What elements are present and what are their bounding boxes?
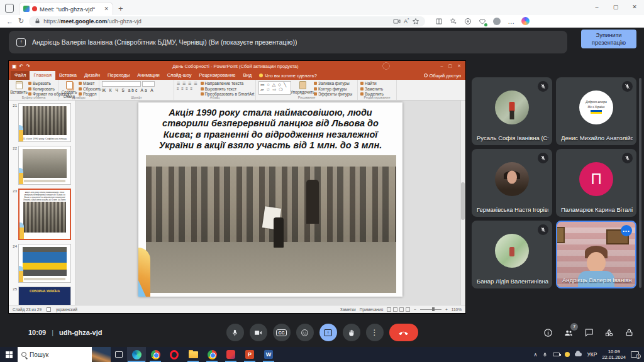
participant-tile[interactable]: Доброго вечора Ми з України Денис Михайл…: [556, 77, 636, 145]
taskbar-app-red-icon[interactable]: [221, 347, 240, 362]
ppt-window-controls[interactable]: –▢✕: [441, 63, 462, 69]
taskbar-search[interactable]: Пошук: [18, 347, 111, 362]
reactions-button[interactable]: [296, 324, 314, 341]
thumbnail-slide-22[interactable]: 22: [11, 146, 74, 185]
taskbar-powerpoint-icon[interactable]: P: [240, 347, 259, 362]
zoom-out-button[interactable]: −: [414, 307, 416, 312]
browser-tab[interactable]: Meet: "udh-ghza-vjd" ✕: [19, 2, 113, 15]
tab-animations[interactable]: Анимации: [133, 71, 163, 80]
more-options-button[interactable]: ⋮: [366, 324, 384, 341]
view-buttons[interactable]: [387, 307, 410, 312]
layout-button[interactable]: Макет: [79, 81, 101, 85]
participant-tile[interactable]: Гермаківська Настя Ігорівна …: [472, 149, 552, 217]
font-name-box[interactable]: [102, 81, 141, 87]
weather-icon[interactable]: [565, 352, 570, 357]
tray-expand-icon[interactable]: ∧: [534, 352, 538, 358]
refresh-icon[interactable]: ↻: [18, 17, 24, 25]
find-button[interactable]: Найти: [360, 81, 384, 85]
split-screen-icon[interactable]: [435, 18, 443, 25]
taskbar-explorer-icon[interactable]: [184, 347, 203, 362]
captions-button[interactable]: CC: [273, 324, 291, 341]
tab-slideshow[interactable]: Слайд-шоу: [164, 71, 196, 80]
text-direction-button[interactable]: Направление текста: [201, 81, 255, 85]
notes-button[interactable]: Заметки: [340, 307, 356, 312]
collections-icon[interactable]: [464, 18, 472, 25]
thumbnail-slide-24[interactable]: 24: [11, 244, 74, 283]
shape-fill-button[interactable]: Заливка фигуры: [314, 81, 352, 85]
back-icon[interactable]: ←: [6, 18, 13, 25]
font-size-box[interactable]: [142, 81, 155, 87]
task-view-button[interactable]: [111, 347, 127, 362]
shapes-gallery[interactable]: ▭ ○ △ ⬦ ╲▱ ☆ ⇨ ❍: [258, 81, 291, 95]
taskbar-chrome-icon[interactable]: [146, 347, 165, 362]
spellcheck-icon[interactable]: [47, 307, 51, 312]
current-slide[interactable]: Акція 1990 року стала наймасовішою, люди…: [138, 102, 402, 297]
slide-canvas[interactable]: Акція 1990 року стала наймасовішою, люди…: [75, 101, 465, 305]
present-screen-button[interactable]: ↑: [319, 324, 337, 341]
participant-tile[interactable]: Русаль Софія Іванівна (Студ…: [472, 77, 552, 145]
host-controls-icon[interactable]: [625, 328, 634, 337]
tab-design[interactable]: Дизайн: [80, 71, 104, 80]
more-menu-icon[interactable]: …: [508, 18, 514, 25]
tile-options-icon[interactable]: •••: [621, 225, 632, 236]
slide-text[interactable]: Акція 1990 року стала наймасовішою, люди…: [147, 107, 394, 151]
zoom-slider[interactable]: [420, 309, 441, 310]
shape-outline-button[interactable]: Контур фигуры: [314, 87, 352, 91]
replace-button[interactable]: Заменить: [360, 87, 384, 91]
tab-transitions[interactable]: Переходы: [104, 71, 133, 80]
thumbnail-slide-21[interactable]: 21 21 січня 1990 року. Софіївська площа: [11, 103, 74, 142]
reset-button[interactable]: Сбросить: [79, 87, 101, 91]
language-indicator[interactable]: УКР: [587, 351, 597, 358]
slide-photo[interactable]: [146, 155, 396, 293]
onedrive-icon[interactable]: [575, 353, 582, 356]
participants-scrollbar[interactable]: [639, 78, 641, 288]
notification-icon[interactable]: 1: [631, 351, 639, 358]
tab-review[interactable]: Рецензирование: [196, 71, 240, 80]
browser-essentials-icon[interactable]: [479, 18, 486, 25]
paste-button[interactable]: Вставить: [11, 81, 26, 94]
participant-tile[interactable]: П Паламарюк Карина Віталіївн…: [556, 149, 636, 217]
tab-home[interactable]: Главная: [30, 71, 55, 80]
new-tab-button[interactable]: +: [118, 4, 123, 13]
tray-mic-icon[interactable]: [542, 352, 548, 358]
tab-close-icon[interactable]: ✕: [104, 6, 109, 12]
mic-button[interactable]: [226, 324, 244, 341]
close-button[interactable]: ✕: [625, 0, 644, 15]
end-call-button[interactable]: [389, 324, 418, 341]
start-button[interactable]: [0, 347, 18, 362]
list-buttons[interactable]: ☰ ☰ ☰ ☰: [177, 81, 198, 85]
comments-button[interactable]: Примечания: [360, 307, 384, 312]
activities-icon[interactable]: [604, 328, 614, 337]
favorites-bar-icon[interactable]: [450, 18, 457, 25]
maximize-button[interactable]: ▢: [606, 0, 625, 15]
canvas-scrollbar[interactable]: [460, 101, 465, 305]
people-button[interactable]: 7: [564, 328, 574, 337]
tab-media-icon[interactable]: [393, 18, 401, 25]
tab-actions-icon[interactable]: [5, 4, 14, 13]
thumbnail-slide-25[interactable]: 25 СОБОРНА УКРАЇНА: [11, 287, 74, 305]
copilot-icon[interactable]: [521, 17, 530, 25]
tell-me-box[interactable]: Что вы хотите сделать?: [255, 71, 321, 80]
info-icon[interactable]: [543, 328, 553, 337]
tab-file[interactable]: Файл: [11, 71, 30, 80]
minimize-button[interactable]: –: [587, 0, 606, 15]
language-indicator[interactable]: украинский: [56, 307, 77, 312]
taskbar-clock[interactable]: 10:0922.01.2024: [602, 349, 626, 360]
raise-hand-button[interactable]: [343, 324, 360, 341]
taskbar-edge-icon[interactable]: [127, 347, 146, 362]
taskbar-opera-icon[interactable]: [165, 347, 184, 362]
battery-icon[interactable]: [553, 353, 560, 356]
chat-icon[interactable]: [584, 328, 594, 337]
arrange-button[interactable]: Упорядочить: [293, 81, 312, 94]
share-button[interactable]: Общий доступ: [424, 71, 464, 80]
align-buttons[interactable]: ≡ ≡ ≡ ≡: [177, 87, 198, 90]
camera-button[interactable]: [250, 324, 267, 341]
quick-access-toolbar[interactable]: ▣↶↷: [12, 63, 30, 69]
self-video-tile[interactable]: ••• Андрієць Валерія Іванівна (…: [556, 221, 636, 288]
align-text-button[interactable]: Выровнять текст: [201, 87, 255, 91]
stop-presenting-button[interactable]: Зупинити презентацію: [581, 30, 636, 48]
thumbnail-slide-23-selected[interactable]: 23 Акція 1990 року стала наймасовішою, л…: [11, 189, 74, 240]
taskbar-chrome2-icon[interactable]: [203, 347, 221, 362]
profile-avatar[interactable]: [493, 18, 501, 25]
zoom-in-button[interactable]: +: [445, 307, 448, 312]
